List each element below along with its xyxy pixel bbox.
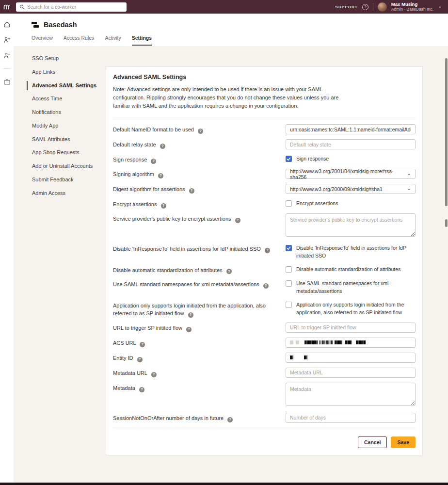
- checkbox-label: Use SAML standard namespaces for xml met…: [296, 280, 416, 295]
- form-row-sign-response: Sign response ?Sign response: [113, 154, 416, 164]
- subnav-item-submit-feedback[interactable]: Submit Feedback: [27, 175, 106, 185]
- use-saml-namespaces-checkbox[interactable]: [286, 280, 292, 287]
- user-role: Admin · BaseDash Inc.: [391, 7, 433, 12]
- select-value: http://www.w3.org/2000/09/xmldsig#sha1: [290, 186, 383, 192]
- redacted-block: [304, 340, 318, 344]
- select-value: http://www.w3.org/2001/04/xmldsig-more#r…: [290, 168, 407, 180]
- sp-public-key-textarea[interactable]: [286, 213, 416, 237]
- field-label-entity-id: Entity ID ?: [113, 353, 286, 363]
- field-label-digest-algorithm: Digest algorithm for assertions ?: [113, 184, 286, 194]
- subnav-item-sso-setup[interactable]: SSO Setup: [27, 54, 106, 64]
- help-icon[interactable]: ?: [189, 188, 194, 194]
- help-icon[interactable]: ?: [161, 203, 166, 209]
- search-icon: [19, 4, 25, 10]
- subnav-item-modify-app[interactable]: Modify App: [27, 121, 106, 131]
- sp-initiated-url-input[interactable]: [286, 323, 416, 333]
- basedash-logo-icon: [32, 21, 39, 29]
- field-label-sp-public-key: Service provider's public key to encrypt…: [113, 213, 286, 239]
- redacted-block: [290, 356, 293, 359]
- subnav-item-app-shop-requests[interactable]: App Shop Requests: [27, 148, 106, 158]
- session-not-on-or-after-input[interactable]: [286, 413, 416, 423]
- divider: [3, 68, 11, 69]
- rippling-logo-icon: [3, 3, 11, 11]
- disable-inresponseto-checkbox[interactable]: [286, 245, 292, 251]
- subnav-item-add-or-uninstall-accounts[interactable]: Add or Uninstall Accounts: [27, 162, 106, 171]
- subnav-item-advanced-saml-settings[interactable]: Advanced SAML Settings: [27, 81, 106, 91]
- help-icon[interactable]: ?: [151, 159, 156, 164]
- vertical-scrollbar-thumb[interactable]: [445, 58, 448, 206]
- redacted-block: [319, 340, 333, 344]
- panel-footer: Cancel Save: [113, 430, 416, 448]
- help-icon[interactable]: ?: [235, 218, 240, 223]
- encrypt-assertions-checkbox[interactable]: [286, 200, 292, 207]
- metadata-textarea[interactable]: [286, 383, 416, 406]
- user-info[interactable]: Max Musing Admin · BaseDash Inc.: [391, 2, 433, 12]
- add-person-icon[interactable]: [3, 36, 11, 44]
- checkbox-label: Disable 'InResponseTo' field in assertio…: [296, 244, 416, 260]
- help-icon[interactable]: ?: [151, 372, 157, 377]
- form-row-metadata-url: Metadata URL ?: [113, 368, 416, 378]
- form-fields: Default NameID format to be used ?Defaul…: [113, 124, 416, 423]
- briefcase-icon[interactable]: [3, 78, 11, 85]
- rippling-logo[interactable]: [0, 0, 14, 14]
- cancel-button[interactable]: Cancel: [358, 436, 387, 448]
- tab-overview[interactable]: Overview: [32, 35, 53, 46]
- topbar: SUPPORT ? Max Musing Admin · BaseDash In…: [0, 0, 448, 14]
- help-icon[interactable]: ?: [263, 283, 269, 289]
- help-icon[interactable]: ?: [265, 248, 270, 253]
- support-link[interactable]: SUPPORT: [335, 5, 357, 9]
- subnav-item-access-time[interactable]: Access Time: [27, 94, 106, 104]
- help-icon[interactable]: ?: [198, 129, 203, 134]
- help-icon[interactable]: ?: [188, 312, 193, 318]
- divider: [373, 3, 373, 11]
- entity-id-input[interactable]: [286, 353, 416, 363]
- signing-algorithm-select[interactable]: http://www.w3.org/2001/04/xmldsig-more#r…: [286, 169, 416, 179]
- home-icon[interactable]: [3, 21, 11, 28]
- subnav-item-app-links[interactable]: App Links: [27, 67, 106, 77]
- metadata-url-input[interactable]: [286, 368, 416, 378]
- subnav-item-saml-attributes[interactable]: SAML Attributes: [27, 135, 106, 145]
- help-icon[interactable]: ?: [227, 417, 233, 422]
- field-label-signing-algorithm: Signing algorithm ?: [113, 169, 286, 179]
- help-circle-icon[interactable]: ?: [362, 4, 368, 10]
- subnav-item-notifications[interactable]: Notifications: [27, 108, 106, 117]
- checkbox-label: Encrypt assertions: [296, 200, 338, 208]
- sign-response-checkbox[interactable]: [286, 156, 292, 162]
- redacted-block: [335, 340, 342, 344]
- search-input[interactable]: [27, 4, 123, 10]
- user-name: Max Musing: [391, 2, 433, 7]
- help-icon[interactable]: ?: [139, 387, 144, 392]
- disable-auto-standardization-checkbox[interactable]: [286, 266, 292, 273]
- help-icon[interactable]: ?: [140, 342, 145, 347]
- remove-person-icon[interactable]: [3, 52, 11, 59]
- default-nameid-format-input[interactable]: [286, 124, 416, 134]
- form-row-default-nameid-format: Default NameID format to be used ?: [113, 124, 416, 134]
- user-avatar[interactable]: [378, 2, 387, 12]
- save-button[interactable]: Save: [391, 436, 416, 448]
- help-icon[interactable]: ?: [226, 269, 232, 274]
- form-row-metadata: Metadata ?: [113, 383, 416, 408]
- tab-activity[interactable]: Activity: [105, 35, 121, 46]
- form-row-disable-inresponseto: Disable 'InResponseTo' field in assertio…: [113, 243, 416, 260]
- main: SSO SetupApp LinksAdvanced SAML Settings…: [14, 47, 448, 455]
- acs-url-input[interactable]: [286, 338, 416, 348]
- field-label-acs-url: ACS URL ?: [113, 338, 286, 348]
- search-bar[interactable]: [16, 2, 127, 12]
- form-row-sp-initiated-only: Application only supports login initiate…: [113, 300, 416, 318]
- panel-title: Advanced SAML Settings: [113, 74, 416, 81]
- sp-initiated-only-checkbox[interactable]: [286, 302, 292, 308]
- redacted-block: [290, 340, 293, 344]
- help-icon[interactable]: ?: [160, 144, 165, 149]
- checkbox-label: Application only supports login initiate…: [296, 301, 416, 317]
- subnav-item-admin-access[interactable]: Admin Access: [27, 189, 106, 198]
- chevron-down-icon[interactable]: ⌄: [438, 3, 442, 9]
- help-icon[interactable]: ?: [158, 173, 163, 178]
- default-relay-state-input[interactable]: [286, 139, 416, 149]
- help-icon[interactable]: ?: [186, 327, 192, 332]
- panel-note: Note: Advanced settings are only intende…: [113, 85, 347, 110]
- tab-settings[interactable]: Settings: [132, 35, 152, 46]
- help-icon[interactable]: ?: [137, 357, 143, 362]
- tab-access-rules[interactable]: Access Rules: [64, 35, 95, 46]
- vertical-scrollbar-nub[interactable]: [445, 219, 448, 227]
- digest-algorithm-select[interactable]: http://www.w3.org/2000/09/xmldsig#sha1⌄: [286, 184, 416, 194]
